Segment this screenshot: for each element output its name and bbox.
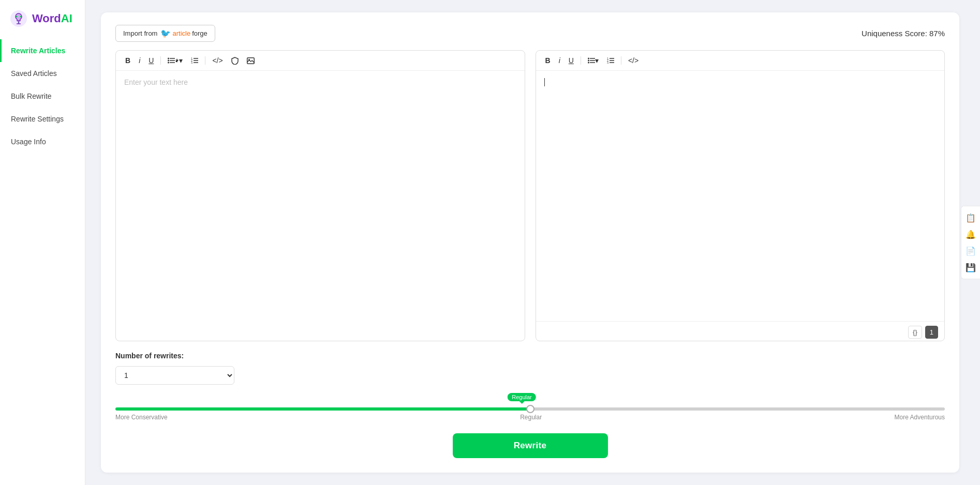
wordai-logo-icon — [9, 9, 28, 28]
sidebar-item-rewrite-settings[interactable]: Rewrite Settings — [0, 108, 85, 130]
svg-point-25 — [588, 62, 589, 64]
rewrite-button[interactable]: Rewrite — [453, 433, 608, 458]
save-icon[interactable]: 💾 — [963, 260, 978, 275]
left-toolbar-divider-1 — [160, 56, 161, 65]
sidebar-item-usage-info[interactable]: Usage Info — [0, 130, 85, 153]
editors-row: B i U ▾ 1.2.3. </> — [115, 50, 945, 341]
left-bold-button[interactable]: B — [122, 55, 133, 66]
left-shield-button[interactable] — [228, 55, 242, 66]
clipboard-icon[interactable]: 📋 — [963, 210, 978, 225]
card-top-bar: Import from 🐦 articleforge Uniqueness Sc… — [115, 25, 945, 42]
sidebar-item-saved-articles[interactable]: Saved Articles — [0, 62, 85, 85]
svg-point-23 — [588, 58, 589, 59]
slider-label-right: More Adventurous — [895, 414, 945, 421]
left-toolbar-divider-2 — [205, 56, 205, 65]
left-underline-button[interactable]: U — [145, 55, 157, 66]
left-editor: B i U ▾ 1.2.3. </> — [115, 50, 525, 341]
svg-point-24 — [588, 60, 589, 62]
slider-tooltip: Regular — [508, 393, 536, 401]
main-card: Import from 🐦 articleforge Uniqueness Sc… — [101, 12, 959, 473]
right-sidebar-icons: 📋 🔔 📄 💾 — [961, 206, 980, 279]
left-editor-content[interactable]: Enter your text here — [116, 71, 525, 341]
bottom-controls: Number of rewrites: 1 2 3 4 5 Regular Mo… — [115, 352, 945, 458]
slider-thumb[interactable] — [526, 405, 534, 413]
bell-icon[interactable]: 🔔 — [963, 227, 978, 241]
left-code-button[interactable]: </> — [209, 55, 226, 66]
slider-label-left: More Conservative — [115, 414, 168, 421]
right-bold-button[interactable]: B — [542, 55, 554, 66]
left-italic-button[interactable]: i — [136, 55, 143, 66]
import-button[interactable]: Import from 🐦 articleforge — [115, 25, 215, 42]
left-ordered-list-button[interactable]: 1.2.3. — [188, 56, 201, 65]
output-bottom-bar: {} 1 — [536, 321, 945, 341]
right-code-button[interactable]: </> — [625, 55, 642, 66]
rewrites-select[interactable]: 1 2 3 4 5 — [115, 366, 234, 385]
svg-point-4 — [16, 16, 18, 18]
logo-text: WordAI — [32, 12, 72, 25]
right-underline-button[interactable]: U — [566, 55, 577, 66]
svg-point-9 — [168, 58, 169, 59]
sidebar-nav: Rewrite Articles Saved Articles Bulk Rew… — [0, 39, 85, 153]
sidebar: WordAI Rewrite Articles Saved Articles B… — [0, 0, 85, 485]
svg-text:3.: 3. — [191, 61, 193, 64]
import-label: Import from — [123, 29, 157, 37]
creativity-slider-section: Regular More Conservative Regular More A… — [115, 393, 945, 421]
right-toolbar-divider-1 — [581, 56, 581, 65]
slider-track — [115, 407, 945, 411]
uniqueness-score: Uniqueness Score: 87% — [862, 29, 945, 38]
svg-point-10 — [168, 60, 169, 62]
right-editor-toolbar: B i U ▾ 1.2.3. </> — [536, 51, 945, 71]
logo-area: WordAI — [0, 0, 85, 39]
svg-text:3.: 3. — [607, 61, 609, 64]
right-ordered-list-button[interactable]: 1.2.3. — [604, 56, 617, 65]
right-editor-content[interactable] — [536, 71, 945, 321]
right-editor: B i U ▾ 1.2.3. </> — [536, 50, 945, 341]
svg-point-5 — [20, 16, 22, 18]
svg-point-11 — [168, 62, 169, 64]
left-editor-toolbar: B i U ▾ 1.2.3. </> — [116, 51, 525, 71]
right-unordered-list-button[interactable]: ▾ — [585, 55, 602, 66]
articleforge-article-text: article — [172, 29, 190, 37]
file-icon[interactable]: 📄 — [963, 244, 978, 258]
sidebar-item-bulk-rewrite[interactable]: Bulk Rewrite — [0, 85, 85, 108]
left-editor-placeholder: Enter your text here — [124, 78, 188, 86]
number-view-button[interactable]: 1 — [925, 326, 938, 339]
articleforge-forge-text: forge — [192, 29, 207, 37]
left-unordered-list-button[interactable]: ▾ — [165, 55, 186, 66]
articleforge-bird-icon: 🐦 — [160, 28, 171, 38]
json-view-button[interactable]: {} — [908, 326, 922, 339]
main-content: Import from 🐦 articleforge Uniqueness Sc… — [85, 0, 980, 485]
slider-labels: More Conservative Regular More Adventuro… — [115, 414, 945, 421]
slider-label-middle: Regular — [520, 414, 542, 421]
rewrites-label: Number of rewrites: — [115, 352, 945, 360]
rewrite-btn-row: Rewrite — [115, 433, 945, 458]
cursor — [544, 78, 545, 86]
right-italic-button[interactable]: i — [556, 55, 563, 66]
articleforge-logo: 🐦 articleforge — [160, 28, 207, 38]
left-image-button[interactable] — [244, 56, 258, 66]
sidebar-item-rewrite-articles[interactable]: Rewrite Articles — [0, 39, 85, 62]
right-toolbar-divider-2 — [621, 56, 621, 65]
